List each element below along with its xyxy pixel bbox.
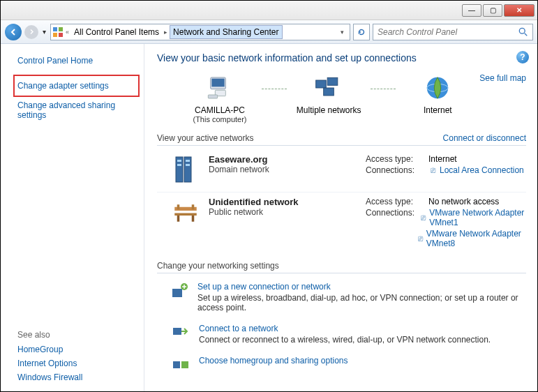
see-full-map-link[interactable]: See full map [479,73,526,83]
svg-rect-2 [53,33,57,37]
svg-point-4 [519,28,525,33]
nic-icon: ⎚ [417,234,424,243]
breadcrumb-chevron-icon[interactable]: « [65,29,70,36]
svg-rect-11 [327,77,338,85]
svg-rect-30 [173,361,180,368]
content-area: Control Panel Home Change adapter settin… [1,44,537,391]
task-connect-network[interactable]: Connect to a network Connect or reconnec… [157,319,526,352]
svg-rect-27 [172,289,182,297]
breadcrumb-network-sharing[interactable]: Network and Sharing Center [170,25,282,39]
help-icon[interactable]: ? [516,51,529,63]
svg-rect-21 [174,213,197,216]
access-type-value: No network access [428,197,499,206]
connections-label: Connections: [366,208,414,227]
network-entry-public: Unidentified network Public network Acce… [157,192,526,257]
connection-link-lan[interactable]: ⎚Local Area Connection [428,165,524,175]
connection-link-vmnet1[interactable]: ⎚VMware Network Adapter VMnet1 [420,208,526,227]
networks-icon [287,73,371,103]
networking-settings-header: Change your networking settings [157,257,526,273]
svg-rect-19 [186,160,190,162]
svg-rect-17 [177,160,181,162]
svg-rect-26 [192,204,195,209]
svg-rect-25 [177,204,180,209]
network-map: CAMILLA-PC (This computer) Multiple netw… [157,70,526,129]
svg-rect-24 [192,216,195,222]
task-homegroup[interactable]: Choose homegroup and sharing options [157,352,526,381]
map-connector [262,89,287,89]
change-adapter-settings-link[interactable]: Change adapter settings [17,79,134,93]
search-box[interactable] [373,24,533,40]
windows-firewall-link[interactable]: Windows Firewall [17,370,135,384]
svg-rect-20 [186,164,190,166]
see-also-label: See also [17,330,135,340]
svg-rect-3 [59,33,63,37]
access-type-label: Access type: [366,154,423,164]
breadcrumb-chevron-icon[interactable]: ▸ [163,29,168,36]
task-homegroup-link[interactable]: Choose homegroup and sharing options [199,356,348,365]
breadcrumb-all-control-panel[interactable]: All Control Panel Items [71,26,162,38]
task-setup-connection-desc: Set up a wireless, broadband, dial-up, a… [197,293,526,312]
window-titlebar: — ▢ ✕ [1,1,537,20]
computer-icon [178,73,262,103]
active-networks-header: View your active networks Connect or dis… [157,129,526,146]
svg-rect-23 [177,216,180,222]
left-tasks-pane: Control Panel Home Change adapter settin… [1,44,144,391]
task-connect-network-link[interactable]: Connect to a network [199,324,491,333]
homegroup-link[interactable]: HomeGroup [17,342,135,356]
control-panel-home-link[interactable]: Control Panel Home [17,54,135,68]
connections-label: Connections: [366,165,423,175]
internet-options-link[interactable]: Internet Options [17,356,135,370]
active-networks-label: View your active networks [157,133,254,143]
nic-icon: ⎚ [420,213,426,223]
connect-disconnect-link[interactable]: Connect or disconnect [443,133,526,143]
setup-connection-icon [171,282,189,312]
svg-line-5 [525,33,528,36]
map-internet: Internet [396,73,479,115]
task-setup-connection[interactable]: Set up a new connection or network Set u… [157,278,526,319]
navigation-bar: ▾ « All Control Panel Items ▸ Network an… [1,20,537,44]
map-internet-label: Internet [396,105,479,115]
task-connect-network-desc: Connect or reconnect to a wireless, wire… [199,335,491,345]
address-dropdown-icon[interactable]: ▾ [336,29,348,36]
svg-rect-10 [316,80,327,88]
close-button[interactable]: ✕ [504,4,535,17]
map-this-computer: CAMILLA-PC (This computer) [178,73,262,123]
nic-icon: ⎚ [428,165,437,175]
map-networks: Multiple networks [287,73,371,115]
network-name: Unidentified network [209,197,357,207]
control-panel-icon [52,27,63,38]
maximize-button[interactable]: ▢ [483,4,502,17]
access-type-label: Access type: [366,197,423,206]
change-advanced-sharing-link[interactable]: Change advanced sharing settings [17,98,135,122]
search-input[interactable] [378,27,518,37]
network-type: Domain network [209,165,357,174]
map-pc-name: CAMILLA-PC [178,105,262,115]
homegroup-icon [171,356,190,374]
network-type: Public network [209,207,357,217]
svg-rect-0 [53,27,57,31]
svg-rect-9 [208,95,217,98]
task-setup-connection-link[interactable]: Set up a new connection or network [197,282,526,292]
network-entry-domain: Easeware.org Domain network Access type:… [157,150,526,192]
svg-rect-1 [59,27,63,31]
refresh-button[interactable] [353,24,370,40]
history-dropdown-icon[interactable]: ▾ [41,28,47,36]
svg-rect-31 [181,361,188,368]
connection-link-vmnet8[interactable]: ⎚VMware Network Adapter VMnet8 [417,229,526,248]
globe-icon [396,73,479,103]
svg-rect-7 [211,79,224,87]
domain-network-icon [171,154,200,185]
forward-button[interactable] [24,25,38,39]
map-multi-label: Multiple networks [287,105,371,115]
minimize-button[interactable]: — [462,4,481,17]
svg-rect-12 [324,88,334,96]
address-bar[interactable]: « All Control Panel Items ▸ Network and … [50,24,350,40]
search-icon[interactable] [518,27,528,37]
public-network-icon [171,197,200,250]
networking-settings-label: Change your networking settings [157,261,279,271]
map-pc-sub: (This computer) [178,115,262,123]
back-button[interactable] [5,24,22,40]
main-pane: ? View your basic network information an… [144,44,537,391]
access-type-value: Internet [428,154,457,164]
map-connector [371,89,396,89]
